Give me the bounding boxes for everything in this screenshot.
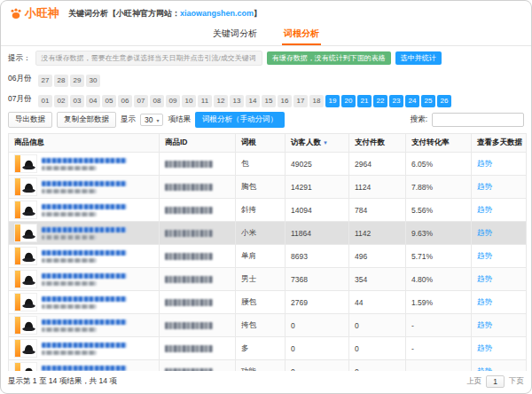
date-jul-16[interactable]: 16 xyxy=(278,95,292,107)
product-subtitle-blurred xyxy=(42,235,97,240)
date-jul-26[interactable]: 26 xyxy=(437,95,451,107)
product-image xyxy=(14,201,37,219)
date-jul-02[interactable]: 02 xyxy=(54,95,68,107)
table-row: 包 49025 2964 6.05% 趋势 xyxy=(9,153,527,176)
trend-link[interactable]: 趋势 xyxy=(477,251,492,260)
date-jul-12[interactable]: 12 xyxy=(214,95,228,107)
header-root[interactable]: 词根 xyxy=(236,134,286,153)
date-jul-20[interactable]: 20 xyxy=(341,95,356,107)
date-jul-15[interactable]: 15 xyxy=(262,95,276,107)
product-info-cell xyxy=(9,245,160,268)
paid-items-cell: 784 xyxy=(349,199,406,222)
date-jul-14[interactable]: 14 xyxy=(246,95,260,107)
promo-ribbon xyxy=(15,201,20,218)
manual-segment-button[interactable]: 词根分析（手动分词） xyxy=(195,112,285,128)
multiday-cell: 趋势 xyxy=(472,199,527,222)
date-jul-07[interactable]: 07 xyxy=(134,95,148,107)
product-id-cell xyxy=(160,153,236,176)
next-page-button[interactable]: 下页 xyxy=(509,376,524,387)
date-jun-30[interactable]: 30 xyxy=(86,75,100,87)
date-jul-19[interactable]: 19 xyxy=(325,95,340,107)
product-info[interactable] xyxy=(14,293,153,311)
product-id-blurred xyxy=(165,230,213,237)
date-jul-06[interactable]: 06 xyxy=(118,95,132,107)
date-jul-22[interactable]: 22 xyxy=(373,95,387,107)
header-product-info[interactable]: 商品信息 xyxy=(9,134,160,153)
header-multiday-data[interactable]: 查看多天数据 xyxy=(472,134,527,153)
table-row: 腰包 2769 44 1.59% 趋势 xyxy=(9,291,527,314)
date-jul-04[interactable]: 04 xyxy=(86,95,100,107)
site-link[interactable]: xiaowangshen.com xyxy=(180,9,254,18)
tab-root-analysis[interactable]: 词根分析 xyxy=(282,25,321,45)
copy-all-button[interactable]: 复制全部数据 xyxy=(57,112,116,128)
tab-keyword-analysis[interactable]: 关键词分析 xyxy=(211,25,259,45)
conversion-rate-cell: 4.80% xyxy=(406,268,472,291)
trend-link[interactable]: 趋势 xyxy=(477,205,492,214)
date-jul-11[interactable]: 11 xyxy=(198,95,212,107)
date-jul-25[interactable]: 25 xyxy=(421,95,435,107)
product-info[interactable] xyxy=(14,339,153,358)
hat-product-icon xyxy=(21,342,36,356)
header-visitors[interactable]: 访客人数▼ xyxy=(286,134,349,153)
promo-ribbon xyxy=(15,225,20,241)
promo-ribbon xyxy=(15,155,20,172)
product-info[interactable] xyxy=(14,201,153,219)
product-info[interactable] xyxy=(14,270,153,288)
date-jul-17[interactable]: 17 xyxy=(293,95,308,107)
date-jul-23[interactable]: 23 xyxy=(389,95,403,107)
export-data-button[interactable]: 导出数据 xyxy=(8,112,52,128)
date-jul-13[interactable]: 13 xyxy=(230,95,244,107)
product-info[interactable] xyxy=(14,362,153,371)
prev-page-button[interactable]: 上页 xyxy=(466,376,481,387)
product-title-blurred xyxy=(42,158,127,163)
date-jul-01[interactable]: 01 xyxy=(38,95,52,107)
sort-desc-icon[interactable]: ▼ xyxy=(323,140,328,146)
root-cell: 胸包 xyxy=(236,176,286,199)
table-body: 包 49025 2964 6.05% 趋势 xyxy=(9,153,527,372)
date-jun-29[interactable]: 29 xyxy=(70,75,84,87)
trend-link[interactable]: 趋势 xyxy=(477,343,492,352)
root-cell: 小米 xyxy=(236,222,286,245)
date-jul-08[interactable]: 08 xyxy=(150,95,164,107)
date-jul-18[interactable]: 18 xyxy=(309,95,324,107)
product-info[interactable] xyxy=(14,247,153,265)
date-jun-28[interactable]: 28 xyxy=(54,75,68,87)
date-jul-21[interactable]: 21 xyxy=(357,95,372,107)
date-jun-27[interactable]: 27 xyxy=(38,75,52,87)
date-jul-10[interactable]: 10 xyxy=(182,95,196,107)
product-info[interactable] xyxy=(14,224,153,242)
page-number-1[interactable]: 1 xyxy=(486,375,505,388)
header-paid-items[interactable]: 支付件数 xyxy=(349,134,406,153)
logo-text: 小旺神 xyxy=(25,5,59,21)
product-info-cell xyxy=(9,360,160,372)
product-subtitle-blurred xyxy=(42,351,97,355)
date-jul-03[interactable]: 03 xyxy=(70,95,84,107)
date-jul-24[interactable]: 24 xyxy=(405,95,419,107)
product-info-cell xyxy=(9,291,160,314)
hat-product-icon xyxy=(21,272,36,287)
search-input[interactable] xyxy=(432,113,524,127)
product-id-blurred xyxy=(165,184,213,191)
product-info[interactable] xyxy=(14,154,153,173)
product-info[interactable] xyxy=(14,316,153,335)
june-days: 27282930 xyxy=(38,70,102,87)
trend-link[interactable]: 趋势 xyxy=(477,159,492,168)
select-and-count-button[interactable]: 选中并统计 xyxy=(395,51,442,65)
trend-link[interactable]: 趋势 xyxy=(477,228,492,237)
header-product-id[interactable]: 商品ID xyxy=(160,134,236,153)
date-jul-05[interactable]: 05 xyxy=(102,95,116,107)
header-conversion-rate[interactable]: 支付转化率 xyxy=(406,134,472,153)
has-cache-button[interactable]: 有缓存数据，没有统计到下面的表格 xyxy=(267,51,391,65)
conversion-rate-cell: 1.59% xyxy=(406,291,472,314)
product-info[interactable] xyxy=(14,177,153,196)
trend-link[interactable]: 趋势 xyxy=(477,274,492,283)
trend-link[interactable]: 趋势 xyxy=(477,320,492,329)
trend-link[interactable]: 趋势 xyxy=(477,182,492,191)
july-date-row: 07月份 01020304050607080910111213141516171… xyxy=(8,91,524,107)
table-row: 小米 11864 1142 9.63% 趋势 xyxy=(9,222,527,245)
july-days: 0102030405060708091011121314151617181920… xyxy=(38,91,453,107)
date-jul-09[interactable]: 09 xyxy=(166,95,180,107)
page-length-select[interactable]: 30 ▾ xyxy=(140,114,163,126)
product-id-cell xyxy=(160,360,236,372)
trend-link[interactable]: 趋势 xyxy=(477,297,492,306)
